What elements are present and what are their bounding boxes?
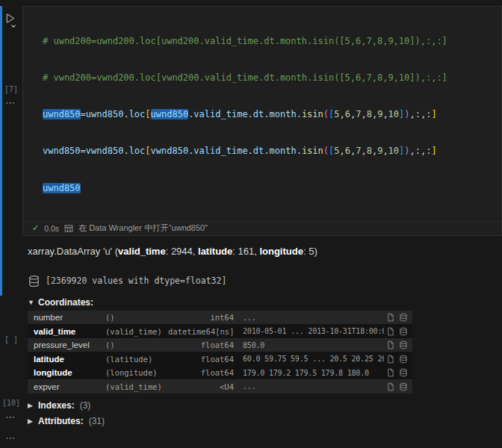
run-cell-button[interactable] bbox=[4, 13, 20, 32]
attrs-file-icon[interactable] bbox=[386, 313, 395, 322]
indexes-count: (3) bbox=[80, 400, 91, 411]
attrs-file-icon[interactable] bbox=[386, 355, 395, 364]
execution-duration: 0.0s bbox=[44, 224, 59, 233]
cell-status-bar: ✓ 0.0s 在 Data Wrangler 中打开“uwnd850” bbox=[23, 221, 501, 235]
coord-preview: ... bbox=[237, 314, 384, 322]
array-data-row: [2369920 values with dtype=float32] bbox=[28, 275, 502, 287]
indexes-label: Indexes: bbox=[38, 400, 75, 411]
coord-name: longitude bbox=[28, 368, 105, 377]
data-wrangler-icon bbox=[64, 224, 73, 233]
coord-dtype: datetime64[ns] bbox=[168, 327, 237, 336]
coord-row-latitude: latitude (latitude) float64 60.0 59.75 5… bbox=[28, 352, 412, 366]
data-database-icon[interactable] bbox=[399, 340, 408, 349]
attrs-file-icon[interactable] bbox=[386, 340, 395, 349]
coord-preview: ... bbox=[237, 382, 384, 391]
attrs-file-icon[interactable] bbox=[386, 327, 395, 336]
coord-name: number bbox=[28, 313, 105, 322]
triangle-right-icon: ▶ bbox=[28, 417, 35, 425]
xarray-header: xarray.DataArray 'u' (valid_time: 2944, … bbox=[28, 246, 502, 257]
coord-row-pressure-level: pressure_level () float64 850.0 bbox=[28, 338, 412, 352]
coord-dtype: float64 bbox=[168, 340, 237, 349]
chevron-down-icon bbox=[10, 23, 16, 29]
coord-preview: 60.0 59.75 59.5 ... 20.5 20.25 20.0 bbox=[237, 355, 384, 363]
triangle-right-icon: ▶ bbox=[28, 402, 35, 409]
play-icon bbox=[4, 13, 15, 24]
execution-count-cell2: [ ] bbox=[1, 335, 22, 343]
database-icon[interactable] bbox=[28, 275, 40, 287]
coord-dtype: float64 bbox=[168, 368, 237, 377]
coord-dims: (valid_time) bbox=[105, 327, 168, 336]
array-summary: [2369920 values with dtype=float32] bbox=[46, 276, 226, 286]
execution-count-cell3: [10] bbox=[1, 399, 22, 407]
code-line: uwnd850=uwnd850.loc[uwnd850.valid_time.d… bbox=[43, 108, 495, 120]
attrs-file-icon[interactable] bbox=[386, 368, 395, 377]
data-database-icon[interactable] bbox=[399, 313, 408, 322]
attrs-file-icon[interactable] bbox=[386, 382, 395, 391]
data-database-icon[interactable] bbox=[399, 327, 408, 336]
coord-name: expver bbox=[28, 382, 105, 391]
code-line: uwnd850 bbox=[43, 182, 495, 194]
data-database-icon[interactable] bbox=[399, 382, 408, 391]
data-wrangler-link[interactable]: 在 Data Wrangler 中打开“uwnd850” bbox=[78, 223, 208, 234]
coord-preview: 2010-05-01 ... 2013-10-31T18:00:00 bbox=[237, 327, 384, 335]
coordinates-section-header[interactable]: ▼Coordinates: bbox=[28, 297, 502, 308]
coordinates-table: number () int64 ... valid_time (valid_ti… bbox=[28, 311, 412, 393]
coord-dims: () bbox=[105, 340, 168, 349]
coord-dims: () bbox=[105, 313, 168, 322]
coord-row-valid-time: valid_time (valid_time) datetime64[ns] 2… bbox=[28, 324, 412, 338]
code-line: vwnd850=vwnd850.loc[vwnd850.valid_time.d… bbox=[43, 145, 495, 157]
coord-dims: (longitude) bbox=[105, 368, 168, 377]
attributes-section-header[interactable]: ▶Attributes:(31) bbox=[28, 416, 502, 426]
data-database-icon[interactable] bbox=[399, 368, 408, 377]
active-cell-indicator bbox=[0, 6, 2, 296]
output-menu-icon[interactable]: ⋯ bbox=[5, 432, 16, 444]
coord-name: latitude bbox=[28, 355, 105, 364]
coord-dtype: <U4 bbox=[168, 382, 237, 391]
triangle-down-icon: ▼ bbox=[28, 299, 35, 306]
coord-dims: (latitude) bbox=[105, 355, 168, 364]
success-check-icon: ✓ bbox=[32, 223, 39, 233]
attributes-label: Attributes: bbox=[38, 416, 84, 426]
code-editor-1[interactable]: # uwnd200=uwnd200.loc[uwnd200.valid_time… bbox=[23, 7, 501, 221]
code-line: # vwnd200=vwnd200.loc[vwnd200.valid_time… bbox=[43, 72, 495, 84]
execution-count-cell1: [7] bbox=[1, 85, 22, 93]
coord-dims: (valid_time) bbox=[105, 382, 168, 391]
coord-preview: 179.0 179.2 179.5 179.8 180.0 bbox=[237, 369, 384, 377]
data-database-icon[interactable] bbox=[399, 355, 408, 364]
coord-dtype: float64 bbox=[168, 355, 237, 364]
coord-dtype: int64 bbox=[168, 313, 237, 322]
output-menu-icon[interactable]: ⋯ bbox=[5, 97, 16, 108]
code-cell-1[interactable]: # uwnd200=uwnd200.loc[uwnd200.valid_time… bbox=[22, 6, 502, 236]
indexes-section-header[interactable]: ▶Indexes:(3) bbox=[28, 400, 502, 411]
coord-preview: 850.0 bbox=[237, 341, 384, 349]
coord-row-longitude: longitude (longitude) float64 179.0 179.… bbox=[28, 366, 412, 380]
coord-name: valid_time bbox=[28, 327, 105, 336]
coord-row-number: number () int64 ... bbox=[28, 311, 412, 325]
coordinates-label: Coordinates: bbox=[38, 297, 93, 308]
coord-name: pressure_level bbox=[28, 340, 105, 349]
code-line: # uwnd200=uwnd200.loc[uwnd200.valid_time… bbox=[43, 35, 495, 47]
xarray-output: xarray.DataArray 'u' (valid_time: 2944, … bbox=[22, 236, 502, 437]
attributes-count: (31) bbox=[89, 416, 105, 426]
coord-row-expver: expver (valid_time) <U4 ... bbox=[28, 379, 412, 393]
notebook-page: [7] ⋯ [ ] [10] ⋯ ⋯ ⋯ # uwnd200=uwnd200.l… bbox=[0, 6, 502, 448]
output-menu-icon[interactable]: ⋯ bbox=[5, 411, 16, 423]
